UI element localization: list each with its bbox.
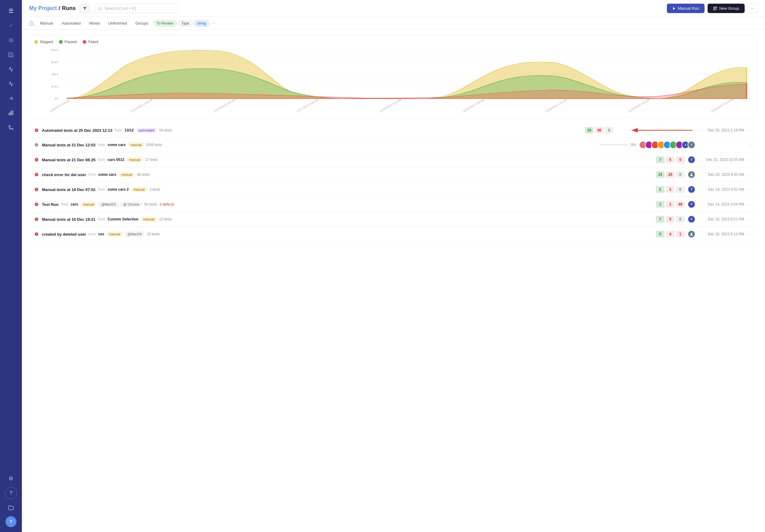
stat-skipped: 0 [676, 186, 684, 193]
run-from: from [115, 128, 122, 133]
run-row[interactable]: Manual tests at 10 Dec 19:21 from Custom… [29, 212, 758, 227]
folder-icon[interactable] [5, 502, 17, 514]
stat-skipped: 0 [676, 171, 684, 178]
run-info: Test Run from cars manual @MacOS @ Chrom… [42, 202, 653, 207]
export-icon[interactable] [5, 92, 17, 105]
run-more-button[interactable]: ··· [747, 186, 753, 193]
run-status-icon [34, 202, 39, 207]
tab-manual[interactable]: Manual [36, 19, 57, 27]
passed-dot [59, 40, 63, 44]
tag-macos: @MacOS [125, 232, 144, 237]
play-icon [672, 7, 676, 10]
main-content: My Project / Runs Search [Cmd + K] Manua… [22, 0, 765, 532]
stat-failed: 5 [666, 156, 674, 163]
run-title: Manual tests at 10 Dec 19:21 [42, 217, 95, 222]
run-row[interactable]: Automated tests at 25 Dec 2023 12:13 fro… [29, 123, 758, 137]
new-group-icon [713, 6, 717, 11]
run-date: Dec 10, 2023 9:13 PM [698, 232, 744, 236]
tab-automated[interactable]: Automated [58, 19, 84, 27]
stat-failed: 4 [666, 231, 674, 237]
activity-icon[interactable] [5, 78, 17, 90]
skipped-dot [34, 40, 38, 44]
legend-failed: Failed [83, 40, 98, 44]
svg-rect-0 [9, 113, 10, 115]
bar-chart-icon[interactable] [5, 107, 17, 119]
svg-point-29 [691, 173, 692, 174]
run-count: 0/48 tests [147, 143, 162, 147]
user-avatar[interactable]: T [5, 516, 16, 527]
arrow-annotation [629, 127, 695, 134]
project-link[interactable]: My Project [29, 5, 57, 12]
run-row[interactable]: check error for del user from some cars … [29, 167, 758, 182]
run-row[interactable]: Manual tests at 21 Dec 12:03 from some c… [29, 137, 758, 152]
run-avatars: A T [639, 141, 695, 149]
check-icon[interactable]: ✓ [5, 19, 17, 32]
help-icon[interactable]: ? [5, 487, 17, 499]
run-more-button[interactable]: ··· [747, 216, 753, 223]
run-date: Dec 20, 2023 9:43 AM [698, 172, 744, 177]
stat-passed: 2 [656, 186, 664, 193]
run-info: Manual tests at 18 Dec 07:52 from some c… [42, 187, 653, 192]
badge-to-review[interactable]: To Review [153, 20, 177, 27]
run-avatars: T [687, 215, 695, 223]
run-more-button[interactable]: ··· [747, 171, 753, 178]
legend-skipped: Skipped [34, 40, 53, 44]
filter-button[interactable] [79, 4, 90, 13]
chart-svg: 80 60 40 20 0 12/8/2023 2:09 AM 12/12/20… [34, 48, 753, 113]
stat-failed: 1 [666, 201, 674, 208]
run-row[interactable]: Manual tests at 21 Dec 08:25 from cars 0… [29, 152, 758, 167]
stat-passed: 1 [656, 201, 664, 208]
run-type-badge: manual [107, 232, 122, 237]
run-row[interactable]: Test Run from cars manual @MacOS @ Chrom… [29, 197, 758, 212]
svg-text:40: 40 [51, 73, 58, 76]
tabs-more[interactable]: ··· [212, 21, 216, 26]
stat-skipped: 48 [676, 201, 684, 208]
search-placeholder: Search [Cmd + K] [105, 6, 136, 11]
badge-string[interactable]: string [194, 20, 209, 27]
run-count: 48 tests [137, 172, 150, 177]
run-status-icon [34, 128, 39, 133]
stat-failed: 25 [666, 171, 674, 178]
svg-marker-6 [673, 7, 675, 10]
run-more-button[interactable]: ··· [747, 231, 753, 238]
play-circle-icon[interactable]: ⊙ [5, 34, 17, 46]
run-info: check error for del user from some cars … [42, 172, 653, 177]
tab-unfinished[interactable]: Unfinished [105, 19, 130, 27]
settings-icon[interactable]: ⚙ [5, 472, 17, 485]
run-stats: 7 5 0 [656, 216, 684, 223]
chart-line-icon[interactable] [5, 63, 17, 75]
stat-failed: 5 [666, 216, 674, 223]
more-options-button[interactable]: ··· [748, 4, 758, 13]
run-from-val: some cars [98, 172, 116, 177]
run-from-val: cars 0513 [108, 157, 124, 162]
stat-failed: 36 [595, 127, 603, 133]
run-row[interactable]: created by deleted user from sss manual … [29, 227, 758, 242]
tab-groups[interactable]: Groups [132, 19, 152, 27]
git-icon[interactable] [5, 122, 17, 133]
run-more-button[interactable]: ··· [747, 141, 753, 148]
search-icon [98, 6, 102, 11]
new-group-button[interactable]: New Group [708, 4, 745, 13]
search-bar[interactable]: Search [Cmd + K] [94, 4, 179, 13]
svg-rect-7 [714, 7, 715, 8]
stat-failed: 1 [666, 186, 674, 193]
run-more-button[interactable]: ··· [747, 201, 753, 208]
run-title: Manual tests at 21 Dec 12:03 [42, 143, 95, 147]
list-check-icon[interactable] [5, 49, 17, 61]
run-more-button[interactable]: ··· [747, 127, 753, 134]
badge-type[interactable]: Type [178, 20, 193, 27]
svg-text:0: 0 [55, 97, 58, 100]
run-row[interactable]: Manual tests at 18 Dec 07:52 from some c… [29, 182, 758, 197]
run-from: from [88, 172, 96, 177]
hamburger-icon[interactable]: ☰ [5, 5, 17, 17]
svg-text:80: 80 [51, 49, 58, 51]
run-count: 12 tests [159, 217, 172, 221]
run-from-val: cars [71, 202, 78, 206]
run-more-button[interactable]: ··· [747, 156, 753, 163]
manual-run-button[interactable]: Manual Run [667, 4, 705, 13]
svg-rect-2 [12, 111, 13, 115]
run-title: Manual tests at 21 Dec 08:25 [42, 157, 95, 162]
failed-dot [83, 40, 86, 44]
run-from: from [98, 187, 105, 192]
tab-mixed[interactable]: Mixed [86, 19, 104, 27]
